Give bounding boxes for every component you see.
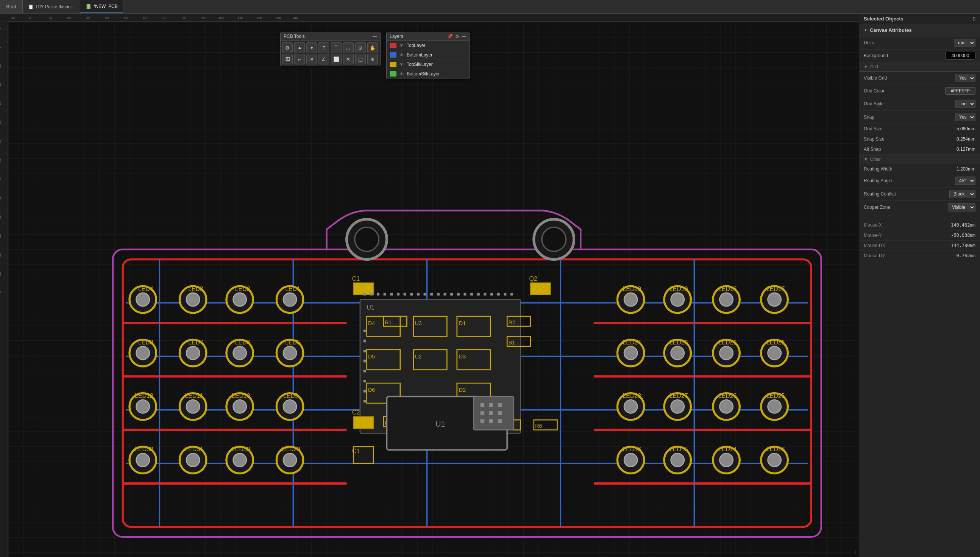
svg-text:40: 40 [0,178,2,181]
layer-eye-bottomsilk[interactable]: 👁 [399,72,404,76]
tool-btn-route[interactable]: ✦ [306,42,317,53]
svg-text:70: 70 [0,291,2,295]
grid-style-select[interactable]: line dot [956,99,975,108]
prop-grid-style: Grid Style line dot [859,98,980,111]
svg-point-96 [186,453,200,466]
svg-point-150 [768,453,781,466]
svg-rect-163 [424,293,427,296]
background-color-box[interactable]: #000000 [945,52,975,60]
canvas-area[interactable]: -10 0 10 20 30 40 50 60 70 80 90 100 110… [0,14,859,557]
prop-mouse-dy: Mouse-DY 0.762mm [859,251,980,261]
snap-size-label: Snap Size [864,137,884,142]
svg-point-69 [136,346,149,360]
routing-conflict-select[interactable]: Block Ignore [949,190,975,198]
svg-text:LED4: LED4 [138,286,153,292]
tab-pcb-label: *NEW_PCB [94,4,118,9]
tool-btn-track[interactable]: ⌐ [294,54,305,64]
svg-text:55: 55 [0,234,2,238]
routing-angle-select[interactable]: 45° 90° any [955,177,975,185]
layer-eye-bottom[interactable]: 👁 [399,53,404,57]
grid-section-label: Grid [870,64,878,69]
snap-select[interactable]: Yes No [955,113,975,121]
layers-close-icon[interactable]: — [462,34,466,39]
layer-eye-top[interactable]: 👁 [399,43,404,48]
tool-btn-pan[interactable]: ✋ [367,42,378,53]
svg-rect-209 [353,417,373,428]
svg-text:0: 0 [29,16,31,20]
tool-btn-arc1[interactable]: ⌒ [331,42,342,53]
tab-new-pcb[interactable]: 📗 *NEW_PCB [80,0,123,13]
layer-row-bottom[interactable]: 👁 BottomLayer [387,50,469,60]
pcb-canvas[interactable]: LED4 LED3 LED2 LED1 LED8 [8,22,859,557]
grid-color-box[interactable]: #FFFFFF [945,87,975,95]
svg-point-57 [136,293,149,306]
svg-text:110: 110 [237,16,243,20]
layers-pin-icon[interactable]: 📌 [447,34,453,39]
copper-zone-select[interactable]: Visible Hidden [948,203,975,212]
svg-point-66 [283,293,297,306]
tool-btn-circle[interactable]: ● [294,42,305,53]
alt-snap-value: 0.127mm [957,147,975,152]
cursor-indicator: | [855,549,856,554]
tool-btn-arc2[interactable]: ◡ [343,42,354,53]
svg-text:B1: B1 [509,339,515,345]
svg-text:130: 130 [275,16,281,20]
svg-text:120: 120 [256,16,262,20]
svg-point-75 [233,346,247,360]
selected-objects-count: 0 [973,16,975,21]
svg-point-99 [233,453,247,466]
svg-rect-166 [443,293,446,296]
tool-btn-rect[interactable]: ⬜ [331,54,342,64]
pcb-tools-close[interactable]: — [373,34,377,39]
layer-row-top[interactable]: 👁 TopLayer [387,41,469,50]
svg-text:LED9: LED9 [283,393,299,399]
svg-text:Q2: Q2 [529,275,537,282]
units-select[interactable]: mm mil inch [954,39,975,47]
svg-text:0: 0 [0,28,2,29]
layers-settings-icon[interactable]: ⚙ [455,34,459,39]
svg-point-60 [186,293,200,306]
svg-point-87 [233,400,247,413]
svg-text:LED21: LED21 [766,339,785,345]
visible-grid-label: Visible Grid [864,75,887,81]
svg-text:80: 80 [183,16,186,20]
tool-btn-image[interactable]: 🖼 [282,54,293,64]
tool-btn-cross[interactable]: ✕ [306,54,317,64]
tool-btn-arc3[interactable]: ⊙ [355,42,366,53]
tool-btn-angle[interactable]: ∠ [318,54,329,64]
visible-grid-select[interactable]: Yes No [955,74,975,82]
layer-row-bottomsilk[interactable]: 👁 BottomSilkLayer [387,69,469,79]
svg-text:D2: D2 [459,387,466,393]
tab-diy[interactable]: 📋 DIY Police flashe... [23,0,80,13]
svg-rect-171 [477,293,480,296]
tool-btn-square[interactable]: ▢ [355,54,366,64]
svg-rect-175 [504,293,506,296]
tool-btn-cut[interactable]: ✕ [343,54,354,64]
tab-start[interactable]: Start [0,0,23,13]
tool-btn-text[interactable]: T [318,42,329,53]
svg-rect-216 [363,339,366,342]
svg-rect-233 [489,419,493,423]
mouse-dx-label: Mouse-DX [864,243,885,248]
svg-rect-162 [417,293,420,296]
layer-eye-topsilk[interactable]: 👁 [399,62,404,67]
mouse-x-value: 140.462mm [951,222,975,228]
mouse-y-label: Mouse-Y [864,233,882,238]
svg-text:LED3: LED3 [188,286,203,292]
svg-rect-225 [474,396,514,430]
svg-point-81 [136,400,149,413]
svg-rect-174 [497,293,500,296]
prop-snap: Snap Yes No [859,111,980,124]
layer-row-topsilk[interactable]: 👁 TopSilkLayer [387,60,469,69]
svg-text:LED30: LED30 [232,446,250,453]
svg-text:D5: D5 [368,353,375,360]
layer-name-topsilk: TopSilkLayer [407,62,433,67]
svg-text:40: 40 [105,16,109,20]
tab-diy-label: DIY Police flashe... [36,4,74,10]
svg-rect-165 [437,293,440,296]
tool-btn-select[interactable]: ⚙ [282,42,293,53]
tool-btn-grid[interactable]: ⊞ [367,54,378,64]
svg-text:D6: D6 [368,387,375,393]
svg-text:LED6: LED6 [235,339,250,345]
svg-text:LED31: LED31 [185,446,203,453]
